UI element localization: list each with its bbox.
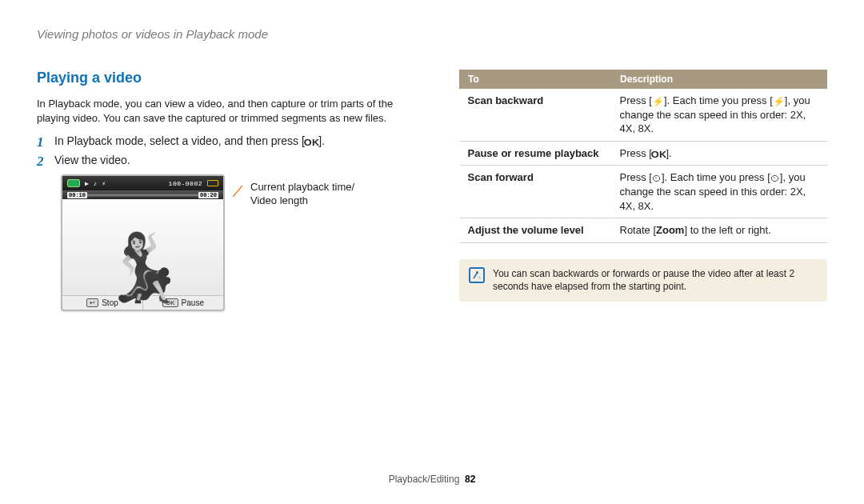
time-length: 00:20 (198, 192, 218, 198)
r4b: ] to the left or right. (684, 224, 770, 236)
section-title: Playing a video (37, 70, 413, 86)
svg-point-3 (479, 278, 480, 278)
row2-to: Pause or resume playback (460, 141, 612, 166)
svg-line-0 (233, 186, 242, 197)
callout-label: Current playback time/ Video length (250, 181, 354, 208)
ok-icon: OK (304, 138, 320, 147)
zoom-bold: Zoom (656, 224, 684, 236)
step-1: In Playback mode, select a video, and th… (37, 134, 413, 147)
footer-section: Playback/Editing (389, 474, 460, 485)
video-icon (67, 179, 80, 187)
row3-desc: Press [⏲]. Each time you press [⏲], you … (612, 166, 827, 218)
bolt-icon: ⚡ (773, 97, 785, 106)
row1-desc: Press [⚡]. Each time you press [⚡], you … (612, 89, 827, 142)
r3b: ]. Each time you press [ (662, 171, 770, 183)
table-row: Scan backward Press [⚡]. Each time you p… (460, 89, 827, 142)
controls-table: To Description Scan backward Press [⚡]. … (459, 70, 827, 243)
th-to: To (460, 70, 612, 89)
table-row: Adjust the volume level Rotate [Zoom] to… (460, 218, 827, 243)
status-icons: ▶ ♪ ⚡ (85, 180, 106, 187)
r4a: Rotate [ (620, 224, 657, 236)
r3a: Press [ (620, 171, 652, 183)
breadcrumb-heading: Viewing photos or videos in Playback mod… (37, 27, 827, 41)
note-box: You can scan backwards or forwards or pa… (459, 259, 827, 302)
battery-icon (207, 180, 218, 186)
note-text: You can scan backwards or forwards or pa… (493, 267, 818, 294)
page-footer: Playback/Editing 82 (0, 474, 864, 485)
step-1-text-a: In Playback mode, select a video, and th… (54, 134, 305, 147)
svg-point-2 (478, 276, 479, 277)
video-player-figure: ▶ ♪ ⚡ 100-0002 00:10 00:20 💃 ↩ (61, 174, 225, 311)
r1b: ]. Each time you press [ (664, 94, 773, 106)
row4-desc: Rotate [Zoom] to the left or right. (612, 218, 827, 243)
row1-to: Scan backward (460, 89, 612, 142)
pause-label: Pause (182, 298, 204, 307)
timer-icon: ⏲ (770, 174, 780, 183)
callout-line2: Video length (250, 194, 308, 206)
dancer-silhouette-icon: 💃 (102, 234, 184, 300)
row4-to: Adjust the volume level (460, 218, 612, 243)
footer-page-number: 82 (465, 474, 475, 485)
bolt-icon: ⚡ (652, 97, 664, 106)
r1a: Press [ (620, 94, 652, 106)
callout-line1: Current playback time/ (250, 181, 354, 193)
step-2: View the video. (37, 154, 413, 166)
ok-icon: OK (651, 149, 667, 161)
note-icon (469, 267, 485, 283)
back-key-icon: ↩ (86, 298, 98, 307)
file-counter: 100-0002 (169, 180, 202, 187)
callout-leader-line (233, 174, 242, 206)
th-desc: Description (612, 70, 827, 89)
row2-desc: Press [OK]. (612, 141, 827, 166)
r2a: Press [ (620, 147, 652, 159)
timer-icon: ⏲ (652, 174, 662, 183)
section-intro: In Playback mode, you can view a video, … (37, 97, 413, 125)
table-row: Scan forward Press [⏲]. Each time you pr… (460, 166, 827, 218)
time-bar: 00:10 00:20 (62, 190, 223, 199)
time-current: 00:10 (67, 192, 87, 198)
row3-to: Scan forward (460, 166, 612, 218)
table-row: Pause or resume playback Press [OK]. (460, 141, 827, 166)
